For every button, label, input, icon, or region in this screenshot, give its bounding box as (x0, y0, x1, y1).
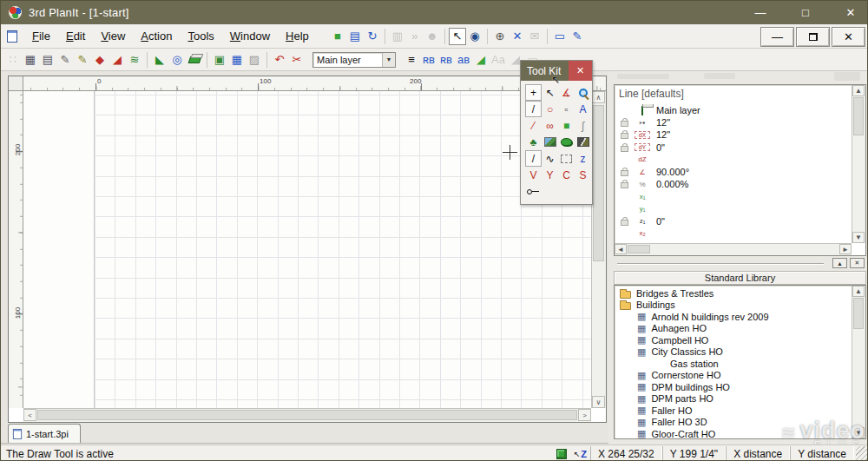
draw-pointer-icon[interactable]: ↖ (449, 28, 466, 45)
text-tool[interactable]: A (575, 101, 591, 117)
run-train-icon[interactable]: ▥ (389, 28, 406, 45)
straight-track-tool[interactable]: / (525, 150, 542, 167)
menu-window[interactable]: Window (222, 27, 278, 45)
solid-tool[interactable] (558, 134, 575, 150)
view-3d-icon[interactable]: ■ (329, 28, 346, 45)
add-object-icon[interactable]: ⊕ (491, 28, 509, 45)
toolkit-close-button[interactable]: ✕ (569, 61, 592, 81)
menu-file[interactable]: File (24, 27, 58, 45)
vertical-scroll-thumb[interactable] (593, 105, 604, 261)
polygon-tool[interactable]: ■ (558, 117, 575, 134)
z-coordinate-icon[interactable]: ↖Z (574, 449, 587, 459)
mdi-restore-button[interactable] (796, 27, 830, 47)
library-item[interactable]: ▦DPM parts HO (616, 393, 851, 405)
freeform-tool[interactable]: ʃ (575, 117, 591, 134)
label-arb-icon[interactable]: aʙ (455, 51, 472, 69)
library-header-button[interactable]: Standard Library (614, 271, 866, 285)
library-item[interactable]: ▦Campbell HO (616, 334, 851, 346)
menu-action[interactable]: Action (133, 27, 180, 45)
vertical-scroll-thumb[interactable] (853, 298, 864, 329)
branch-tool[interactable]: Y (542, 167, 558, 183)
zoom-tool[interactable] (575, 84, 591, 101)
library-item[interactable]: Gas station (616, 358, 851, 370)
menu-help[interactable]: Help (278, 27, 317, 45)
image-object-icon[interactable]: ▣ (211, 51, 228, 69)
engineer-icon[interactable]: ☻ (424, 28, 441, 45)
terrain-tool[interactable] (542, 134, 558, 150)
crosshair-tool[interactable]: + (525, 84, 542, 101)
library-vertical-scrollbar[interactable]: ▲ ▼ (852, 286, 865, 438)
panel-close-button[interactable]: ✕ (850, 258, 865, 268)
mdi-minimize-button[interactable]: — (760, 27, 794, 47)
horizontal-scroll-thumb[interactable] (37, 410, 577, 420)
vertical-scroll-thumb[interactable] (853, 97, 864, 135)
window-minimize-button[interactable]: — (753, 6, 768, 19)
grade-icon[interactable]: ◢ (108, 51, 126, 69)
curve-tool[interactable]: C (558, 167, 575, 183)
inspect-icon[interactable]: ◉ (466, 28, 483, 45)
contour-icon[interactable]: ≋ (126, 51, 143, 69)
resize-grip[interactable] (856, 446, 867, 461)
line-style-icon[interactable]: ≡ (403, 51, 420, 69)
movie-icon[interactable]: ✕ (509, 28, 526, 45)
panel-collapse-button[interactable]: ▲ (832, 258, 847, 268)
scroll-left-icon[interactable]: < (23, 409, 36, 421)
menu-view[interactable]: View (93, 27, 133, 45)
scroll-up-icon[interactable]: ∧ (592, 91, 605, 103)
helix-tool[interactable]: ∞ (542, 117, 558, 134)
connect-tool[interactable] (525, 183, 542, 200)
scroll-down-icon[interactable]: ▼ (852, 427, 865, 438)
tree-tool[interactable]: ♣ (525, 134, 542, 150)
properties-window-icon[interactable]: ▭ (551, 28, 569, 45)
properties-horizontal-scrollbar[interactable]: ◄ ► (615, 243, 852, 255)
scroll-down-icon[interactable]: ∨ (592, 396, 605, 408)
edit-list-icon[interactable]: ✎ (569, 28, 586, 45)
refresh-icon[interactable]: ↻ (364, 28, 381, 45)
chevron-down-icon[interactable]: ▼ (382, 53, 395, 67)
window-maximize-button[interactable]: □ (798, 6, 813, 19)
label-rb1-icon[interactable]: ʀʙ (420, 51, 437, 69)
document-tab[interactable]: 1-start.3pi (8, 424, 81, 443)
menu-tools[interactable]: Tools (180, 27, 221, 45)
library-item[interactable]: Bridges & Trestles (616, 287, 851, 300)
line-tool[interactable]: / (525, 101, 542, 117)
library-item[interactable]: ▦Faller HO (616, 405, 851, 417)
select-tool[interactable]: ↖ (542, 84, 558, 101)
track-point-tool[interactable]: ∡ (558, 84, 575, 101)
drawing-canvas[interactable] (23, 91, 591, 408)
properties-vertical-scrollbar[interactable]: ▲ ▼ (852, 85, 865, 243)
library-item[interactable]: ▦DPM buildings HO (616, 381, 851, 393)
library-item[interactable]: ▦Cornerstone HO (616, 370, 851, 382)
rectangle-tool[interactable]: ▫ (558, 101, 575, 117)
scroll-down-icon[interactable]: ▼ (852, 232, 865, 243)
mdi-close-button[interactable]: ✕ (832, 27, 865, 47)
roadbed-tool[interactable] (575, 134, 591, 150)
scroll-right-icon[interactable]: > (578, 409, 591, 421)
track-grid-icon[interactable]: ▤ (39, 51, 56, 69)
library-item[interactable]: ▦Auhagen HO (616, 323, 851, 335)
library-item[interactable]: ▦Faller HO 3D (616, 417, 851, 429)
cut-icon[interactable]: ✂ (288, 51, 306, 69)
select-area-tool[interactable] (558, 150, 575, 167)
canvas-horizontal-scrollbar[interactable]: < > (23, 408, 591, 422)
font-size-icon[interactable]: Aa (490, 51, 507, 69)
texture-icon[interactable]: ▤ (346, 28, 364, 45)
layer-select[interactable]: Main layer ▼ (312, 52, 396, 68)
view-3d-status-icon[interactable] (556, 449, 567, 459)
layers-icon[interactable] (186, 51, 203, 69)
flex-track-tool[interactable]: ∿ (542, 150, 558, 167)
splitter-handle[interactable] (617, 263, 824, 265)
grid-icon[interactable]: ▦ (22, 51, 39, 69)
train-icon[interactable]: » (406, 28, 424, 45)
dimension-tool[interactable]: ⁄ (525, 117, 542, 134)
picture-icon[interactable]: ▨ (246, 51, 263, 69)
scroll-up-icon[interactable]: ▲ (852, 286, 865, 297)
cad-flag-icon[interactable]: ◣ (151, 51, 168, 69)
library-item[interactable]: Buildings (616, 300, 851, 312)
label-rb2-icon[interactable]: ʀʙ (437, 51, 455, 69)
elevation-tool[interactable]: z (575, 150, 591, 167)
draw-curve-icon[interactable]: ✎ (74, 51, 91, 69)
draw-line-icon[interactable]: ✎ (56, 51, 74, 69)
join-tool[interactable]: V (525, 167, 542, 183)
scroll-right-icon[interactable]: ► (839, 244, 852, 254)
